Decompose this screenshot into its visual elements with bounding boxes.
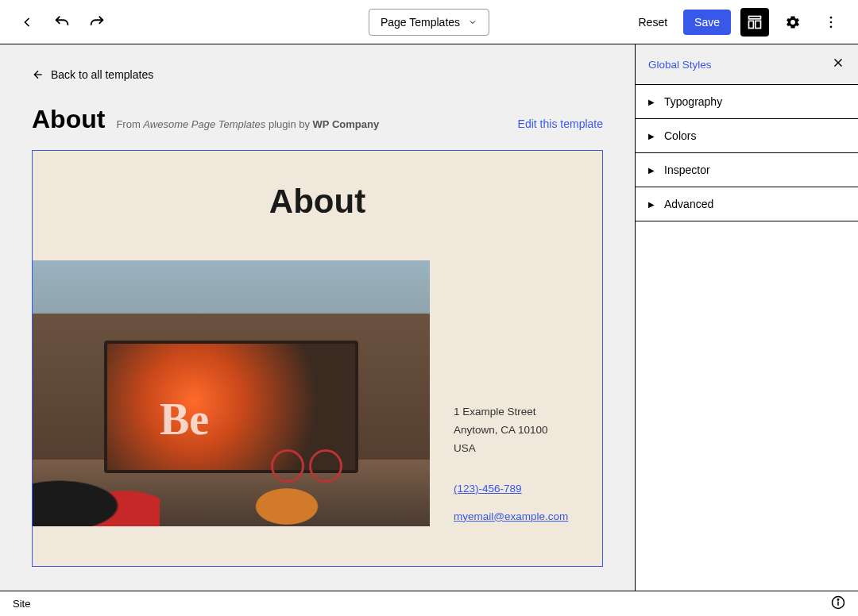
arrow-left-icon	[32, 68, 44, 81]
panel-typography[interactable]: ▶ Typography	[636, 85, 858, 119]
template-preview[interactable]: About Be 1 Example Street Anytown, CA 10…	[32, 150, 603, 567]
footer: Site	[0, 591, 858, 616]
sidebar-title: Global Styles	[648, 59, 712, 71]
close-icon[interactable]	[831, 56, 845, 73]
address-line: Anytown, CA 10100	[454, 422, 568, 440]
template-icon[interactable]	[740, 8, 769, 37]
svg-point-5	[830, 25, 833, 28]
top-toolbar: Page Templates Reset Save	[0, 0, 858, 44]
footer-label[interactable]: Site	[13, 598, 30, 610]
info-icon[interactable]	[831, 595, 845, 612]
panel-label: Advanced	[664, 198, 713, 210]
panel-label: Inspector	[664, 164, 710, 176]
canvas-area: Back to all templates About From Awesome…	[0, 44, 636, 591]
svg-point-4	[830, 21, 833, 23]
page-templates-dropdown[interactable]: Page Templates	[369, 9, 489, 36]
chevron-right-icon: ▶	[648, 166, 655, 175]
chevron-right-icon: ▶	[648, 200, 655, 209]
back-icon[interactable]	[13, 8, 41, 37]
chevron-right-icon: ▶	[648, 98, 655, 106]
svg-point-3	[830, 16, 833, 18]
svg-rect-0	[749, 16, 761, 18]
gear-icon[interactable]	[779, 8, 807, 37]
undo-icon[interactable]	[48, 8, 76, 37]
edit-template-link[interactable]: Edit this template	[518, 117, 603, 130]
panel-colors[interactable]: ▶ Colors	[636, 119, 858, 153]
more-icon[interactable]	[817, 8, 845, 37]
toolbar-left	[13, 8, 111, 37]
back-label: Back to all templates	[51, 68, 153, 81]
email-link[interactable]: myemail@example.com	[454, 508, 568, 526]
chevron-right-icon: ▶	[648, 132, 655, 141]
toolbar-right: Reset Save	[632, 8, 846, 37]
page-title: About	[32, 105, 105, 134]
phone-link[interactable]: (123)-456-789	[454, 480, 522, 499]
sidebar-header: Global Styles	[636, 44, 858, 85]
sidebar: Global Styles ▶ Typography ▶ Colors ▶ In…	[636, 44, 858, 591]
panel-inspector[interactable]: ▶ Inspector	[636, 153, 858, 187]
template-header: About From Awesome Page Templates plugin…	[32, 105, 603, 134]
panel-advanced[interactable]: ▶ Advanced	[636, 187, 858, 221]
preview-image: Be	[33, 260, 430, 526]
panel-label: Typography	[664, 95, 722, 108]
address-line: USA	[454, 440, 568, 458]
template-meta: From Awesome Page Templates plugin by WP…	[116, 118, 379, 130]
preview-heading: About	[33, 151, 602, 260]
dropdown-label: Page Templates	[381, 16, 460, 29]
reset-button[interactable]: Reset	[632, 11, 674, 33]
redo-icon[interactable]	[83, 8, 111, 37]
svg-rect-2	[756, 21, 761, 28]
svg-point-11	[837, 599, 839, 601]
chevron-down-icon	[468, 17, 477, 27]
preview-contact: 1 Example Street Anytown, CA 10100 USA (…	[454, 260, 568, 526]
svg-rect-1	[749, 21, 754, 28]
panel-label: Colors	[664, 129, 696, 142]
save-button[interactable]: Save	[683, 10, 731, 35]
back-to-templates-link[interactable]: Back to all templates	[32, 68, 603, 81]
address-line: 1 Example Street	[454, 403, 568, 422]
